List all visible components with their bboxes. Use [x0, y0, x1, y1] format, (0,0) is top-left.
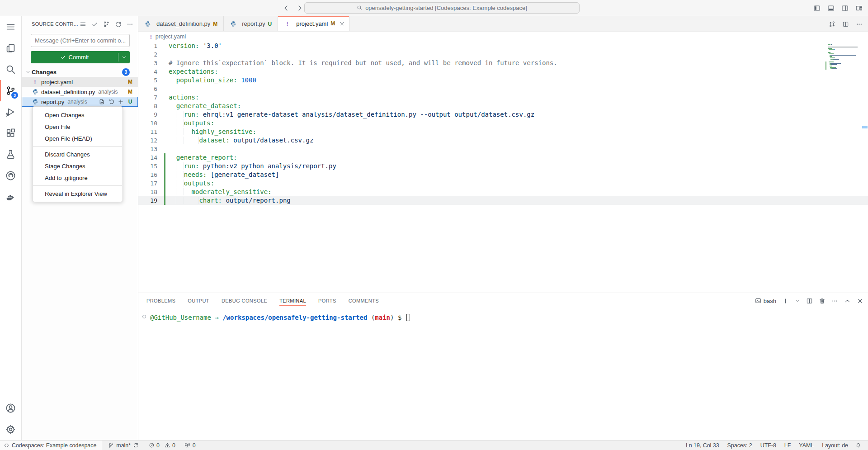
panel-tab-output[interactable]: OUTPUT — [188, 293, 209, 308]
panel-tab-terminal[interactable]: TERMINAL — [279, 293, 306, 308]
minimap-line — [828, 66, 861, 66]
menu-item-add-to-gitignore[interactable]: Add to .gitignore — [33, 172, 123, 184]
code-line-10[interactable]: 10 outputs: — [138, 119, 868, 128]
activity-item-search[interactable] — [0, 59, 21, 80]
tab-project.yaml[interactable]: !project.yamlM — [278, 16, 349, 31]
kill-terminal-icon[interactable] — [819, 298, 826, 304]
status-language-mode[interactable]: YAML — [795, 441, 818, 450]
panel-tab-ports[interactable]: PORTS — [318, 293, 336, 308]
more-icon[interactable] — [856, 21, 863, 28]
scm-file-report.py[interactable]: report.pyanalysisU — [22, 97, 138, 107]
commit-dropdown-button[interactable] — [118, 51, 130, 63]
code-line-4[interactable]: 4expectations: — [138, 67, 868, 76]
code-line-9[interactable]: 9 run: ehrql:v1 generate-dataset analysi… — [138, 110, 868, 119]
command-center-search[interactable]: opensafely-getting-started [Codespaces: … — [304, 2, 580, 14]
menu-item-stage-changes[interactable]: Stage Changes — [33, 160, 123, 172]
code-line-16[interactable]: 16 needs: [generate_dataset] — [138, 171, 868, 179]
close-icon[interactable] — [857, 298, 863, 304]
code-line-12[interactable]: 12 dataset: output/dataset.csv.gz — [138, 136, 868, 145]
code-line-8[interactable]: 8 generate_dataset: — [138, 102, 868, 110]
breadcrumb[interactable]: ! project.yaml — [138, 32, 868, 42]
code-line-11[interactable]: 11 highly_sensitive: — [138, 128, 868, 136]
menu-item-open-file-head-[interactable]: Open File (HEAD) — [33, 133, 123, 144]
split-editor-icon[interactable] — [842, 21, 849, 28]
activity-item-docker[interactable] — [0, 186, 21, 208]
terminal[interactable]: @GitHub_Username → /workspaces/opensafel… — [138, 308, 868, 440]
gutter-change-bar — [164, 119, 165, 128]
status-encoding[interactable]: UTF-8 — [756, 441, 780, 450]
maximize-panel-icon[interactable] — [844, 298, 851, 304]
toggle-panel-icon[interactable] — [827, 5, 835, 12]
status-keyboard-layout[interactable]: Layout: de — [818, 441, 852, 450]
code-line-2[interactable]: 2 — [138, 50, 868, 59]
add-terminal-icon[interactable] — [782, 298, 789, 304]
customize-layout-icon[interactable] — [855, 5, 863, 12]
problems-indicator[interactable]: 0 0 — [146, 441, 179, 450]
activity-item-account[interactable] — [0, 398, 21, 419]
code-line-17[interactable]: 17 outputs: — [138, 179, 868, 188]
code-line-13[interactable]: 13 — [138, 145, 868, 153]
ports-indicator[interactable]: 0 — [181, 441, 199, 450]
tab-report.py[interactable]: report.pyU — [224, 16, 278, 31]
menu-item-discard-changes[interactable]: Discard Changes — [33, 148, 123, 160]
activity-item-explorer[interactable] — [0, 38, 21, 59]
code-line-5[interactable]: 5 population_size: 1000 — [138, 76, 868, 85]
code-line-15[interactable]: 15 run: python:v2 python analysis/report… — [138, 162, 868, 171]
create-branch-icon[interactable] — [103, 21, 110, 28]
more-icon[interactable] — [127, 21, 133, 28]
split-terminal-icon[interactable] — [806, 298, 813, 304]
activity-item-github[interactable] — [0, 165, 21, 186]
status-cursor-position[interactable]: Ln 19, Col 33 — [682, 441, 723, 450]
scm-file-dataset_definition.py[interactable]: dataset_definition.pyanalysisM — [22, 87, 138, 97]
forward-button[interactable] — [296, 5, 303, 12]
tab-dataset_definition.py[interactable]: dataset_definition.pyM — [138, 16, 224, 31]
minimap-line — [828, 51, 861, 52]
code-line-3[interactable]: 3# Ignore this`expectation` block. It is… — [138, 59, 868, 67]
close-tab-icon[interactable] — [339, 21, 345, 27]
toggle-sidebar-icon[interactable] — [813, 5, 821, 12]
overview-ruler-marker — [862, 126, 868, 128]
terminal-shell-label[interactable]: bash — [755, 298, 776, 304]
activity-item-run-debug[interactable] — [0, 101, 21, 123]
code-line-1[interactable]: 1version: '3.0' — [138, 42, 868, 50]
code-line-14[interactable]: 14 generate_report: — [138, 153, 868, 162]
more-icon[interactable] — [831, 298, 838, 304]
menu-item-reveal-in-explorer-view[interactable]: Reveal in Explorer View — [33, 188, 123, 199]
activity-item-source-control[interactable]: 3 — [0, 80, 21, 101]
activity-item-testing[interactable] — [0, 144, 21, 165]
commit-message-input[interactable] — [31, 34, 130, 47]
code-line-7[interactable]: 7actions: — [138, 93, 868, 102]
menu-item-open-file[interactable]: Open File — [33, 121, 123, 133]
code-line-19[interactable]: 19 chart: output/report.png — [138, 196, 868, 205]
chevron-down-icon[interactable] — [795, 298, 800, 303]
code-line-18[interactable]: 18 moderately_sensitive: — [138, 188, 868, 196]
status-eol[interactable]: LF — [780, 441, 795, 450]
discard-icon[interactable] — [108, 99, 114, 105]
code-editor[interactable]: 1version: '3.0'23# Ignore this`expectati… — [138, 42, 868, 293]
minimap[interactable] — [828, 44, 861, 70]
panel-tab-comments[interactable]: COMMENTS — [349, 293, 379, 308]
changes-section-header[interactable]: Changes 3 — [22, 67, 138, 77]
notifications-bell[interactable] — [852, 441, 864, 450]
status-indentation[interactable]: Spaces: 2 — [723, 441, 756, 450]
menu-item-open-changes[interactable]: Open Changes — [33, 109, 123, 121]
remote-indicator[interactable]: Codespaces: Example codespace — [0, 441, 102, 450]
activity-item-settings-gear[interactable] — [0, 419, 21, 440]
scm-file-project.yaml[interactable]: !project.yamlM — [22, 77, 138, 87]
stage-plus-icon[interactable] — [118, 99, 124, 105]
python-file-icon — [230, 21, 236, 27]
activity-item-extensions[interactable] — [0, 123, 21, 144]
branch-indicator[interactable]: main* — [105, 441, 142, 450]
back-button[interactable] — [283, 5, 290, 12]
panel-tab-debug-console[interactable]: DEBUG CONSOLE — [222, 293, 267, 308]
toggle-secondary-sidebar-icon[interactable] — [841, 5, 849, 12]
panel-tab-problems[interactable]: PROBLEMS — [146, 293, 175, 308]
commit-check-icon[interactable] — [91, 21, 98, 28]
view-list-icon[interactable] — [80, 21, 86, 28]
refresh-icon[interactable] — [115, 21, 122, 28]
code-line-6[interactable]: 6 — [138, 85, 868, 93]
open-file-icon[interactable] — [99, 99, 105, 105]
compare-changes-icon[interactable] — [829, 21, 835, 28]
commit-button[interactable]: Commit — [31, 51, 118, 63]
activity-item-menu[interactable] — [0, 16, 21, 38]
